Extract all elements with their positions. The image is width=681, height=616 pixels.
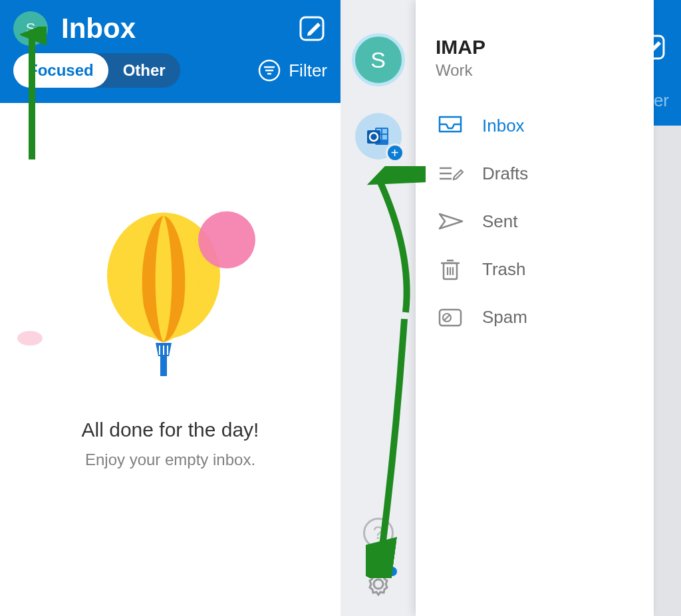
filter-label: Filter: [289, 60, 327, 81]
folder-label: Spam: [482, 307, 527, 328]
header-row-2: Focused Other Filter: [13, 53, 327, 88]
folder-inbox[interactable]: Inbox: [436, 105, 637, 146]
folder-trash[interactable]: Trash: [436, 249, 637, 290]
empty-title: All done for the day!: [82, 419, 259, 441]
drafts-icon: [436, 159, 465, 188]
folder-drafts[interactable]: Drafts: [436, 153, 637, 194]
filter-button[interactable]: Filter: [258, 59, 327, 82]
plus-icon: +: [386, 144, 404, 162]
folder-drawer: IMAP Work Inbox Drafts Sent Trash: [416, 0, 654, 616]
focused-other-toggle[interactable]: Focused Other: [13, 53, 180, 88]
page-title: Inbox: [61, 13, 136, 45]
svg-point-19: [374, 579, 383, 589]
folder-label: Trash: [482, 259, 526, 280]
empty-subtitle: Enjoy your empty inbox.: [85, 451, 255, 469]
account-avatar[interactable]: S: [13, 11, 48, 46]
rail-bottom: ?: [363, 518, 394, 616]
svg-rect-16: [382, 135, 387, 140]
folder-label: Drafts: [482, 163, 528, 184]
rail-account-avatar[interactable]: S: [352, 33, 405, 86]
drawer-screen: ter S + ?: [340, 0, 681, 616]
folder-label: Inbox: [482, 116, 525, 136]
folder-label: Sent: [482, 211, 518, 232]
tab-focused[interactable]: Focused: [13, 53, 108, 88]
add-account-button[interactable]: +: [355, 113, 402, 159]
account-name: IMAP: [436, 36, 637, 58]
svg-rect-14: [382, 129, 387, 134]
filter-icon: [258, 59, 281, 82]
account-type: Work: [436, 61, 637, 80]
account-rail: S + ?: [340, 0, 416, 616]
svg-rect-10: [160, 356, 167, 376]
sent-icon: [436, 207, 465, 236]
sun-icon: [198, 211, 255, 268]
inbox-header: S Inbox Focused Other F: [0, 0, 340, 103]
spam-icon: [436, 302, 465, 332]
folder-sent[interactable]: Sent: [436, 201, 637, 242]
trash-icon: [436, 255, 465, 284]
cloud-icon: [17, 331, 43, 346]
compose-icon: [297, 13, 327, 44]
inbox-screen: S Inbox Focused Other F: [0, 0, 340, 616]
header-row-1: S Inbox: [13, 3, 327, 53]
balloon-illustration: [97, 213, 243, 385]
account-header[interactable]: IMAP Work: [436, 36, 637, 80]
compose-button[interactable]: [297, 13, 327, 44]
settings-button[interactable]: [364, 569, 393, 599]
notification-dot-icon: [388, 567, 397, 576]
folder-spam[interactable]: Spam: [436, 296, 637, 338]
tab-other[interactable]: Other: [108, 61, 180, 80]
inbox-icon: [436, 111, 465, 140]
svg-line-31: [444, 315, 450, 320]
inbox-empty-state: All done for the day! Enjoy your empty i…: [0, 103, 340, 616]
help-button[interactable]: ?: [363, 518, 394, 548]
